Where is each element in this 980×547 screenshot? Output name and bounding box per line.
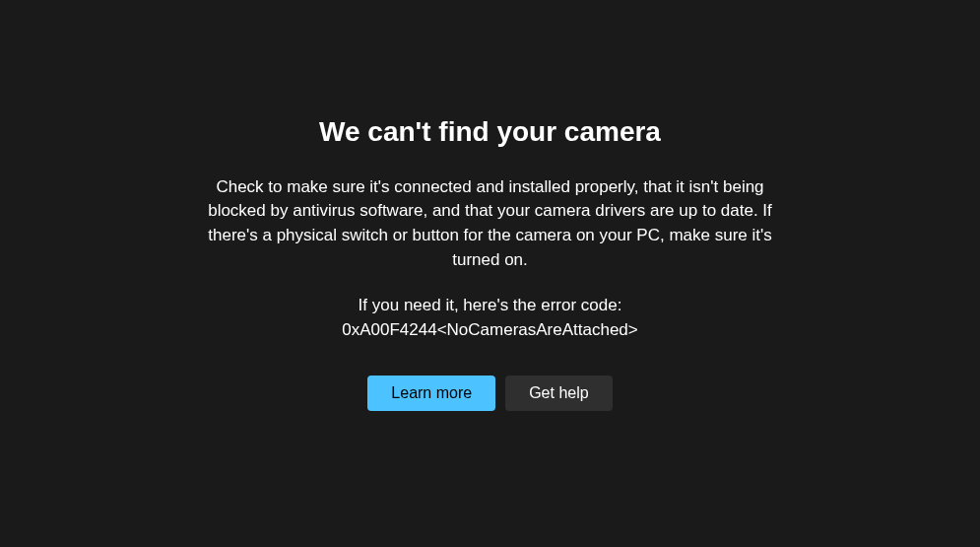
learn-more-button[interactable]: Learn more [367, 376, 495, 411]
error-code: 0xA00F4244<NoCamerasAreAttached> [205, 318, 776, 343]
camera-error-panel: We can't find your camera Check to make … [185, 116, 796, 412]
error-description: Check to make sure it's connected and in… [205, 175, 776, 273]
error-title: We can't find your camera [205, 116, 776, 148]
get-help-button[interactable]: Get help [505, 376, 612, 411]
button-row: Learn more Get help [205, 376, 776, 411]
error-code-intro: If you need it, here's the error code: [205, 294, 776, 318]
